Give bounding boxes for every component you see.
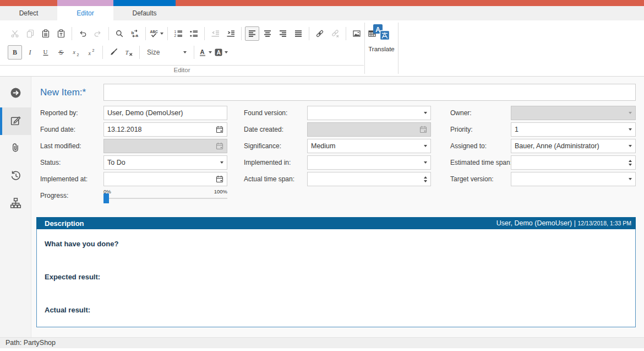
svg-text:a: a (136, 33, 139, 38)
ribbon-separator (72, 27, 72, 40)
description-editor-body[interactable]: What have you done? Expected result: Act… (36, 229, 636, 327)
actual-time-span-field[interactable] (307, 172, 431, 186)
chevron-down-icon[interactable] (220, 161, 223, 164)
paste-button[interactable] (39, 26, 53, 41)
bold-button[interactable]: B (8, 45, 22, 60)
new-item-input[interactable] (103, 84, 636, 101)
description-header[interactable]: Description User, Demo (DemoUser) | 12/1… (36, 217, 636, 229)
image-button[interactable] (350, 26, 364, 41)
target-version-field[interactable] (511, 172, 636, 186)
decrease-indent-button (208, 26, 222, 41)
remove-format-icon: T (124, 48, 133, 57)
reported-by-field[interactable] (103, 106, 227, 120)
font-color-button[interactable]: A (198, 45, 212, 60)
tab-editor[interactable]: Editor (57, 6, 113, 20)
tab-defect[interactable]: Defect (0, 6, 57, 20)
paste-text-icon (57, 29, 66, 38)
found-date-field[interactable] (103, 122, 227, 137)
spell-check-button[interactable]: ABC (149, 26, 164, 41)
spin-down-icon[interactable] (424, 180, 427, 182)
sidebar-item-edit[interactable] (0, 107, 31, 135)
found-version-field[interactable] (307, 106, 431, 120)
superscript-button[interactable]: x2 (85, 45, 99, 60)
tab-defaults[interactable]: Defaults (113, 6, 176, 20)
spin-up-icon[interactable] (629, 160, 632, 162)
subscript-button[interactable]: x2 (69, 45, 84, 60)
progress-slider-track[interactable] (103, 198, 227, 199)
translate-button[interactable]: A Translate (365, 22, 397, 64)
svg-text:x: x (73, 49, 76, 55)
group-separator (398, 23, 399, 74)
column-spacer (227, 139, 244, 155)
strikethrough-button[interactable]: S (54, 45, 68, 60)
progress-slider-thumb[interactable] (103, 193, 109, 203)
align-justify-button[interactable] (291, 26, 305, 41)
underline-button[interactable]: U (39, 45, 53, 60)
format-painter-button[interactable] (106, 45, 121, 60)
hierarchy-icon (10, 197, 21, 211)
chevron-down-icon (209, 51, 212, 53)
implemented-at-field[interactable] (103, 172, 227, 186)
spinner-buttons[interactable] (629, 160, 632, 166)
replace-button[interactable]: ba (128, 26, 142, 41)
link-button[interactable] (313, 26, 327, 41)
sidebar-item-history[interactable] (0, 163, 31, 190)
svg-text:T: T (125, 49, 129, 56)
chevron-down-icon[interactable] (424, 145, 427, 147)
paste-text-button[interactable] (54, 26, 68, 41)
chevron-down-icon[interactable] (424, 161, 427, 164)
priority-field[interactable]: 1 (511, 122, 636, 137)
reported-by-input[interactable] (107, 106, 223, 120)
svg-text:ABC: ABC (150, 30, 158, 34)
implemented-in-field[interactable] (307, 155, 431, 170)
chevron-down-icon[interactable] (629, 128, 632, 131)
chevron-down-icon[interactable] (629, 145, 632, 147)
spin-up-icon[interactable] (424, 176, 427, 179)
status-value: To Do (107, 159, 220, 166)
spin-down-icon[interactable] (629, 164, 632, 166)
increase-indent-button[interactable] (223, 26, 238, 41)
numbered-list-button[interactable]: 12 (171, 26, 185, 41)
ribbon-separator (145, 27, 146, 40)
column-spacer (227, 172, 244, 188)
significance-field[interactable]: Medium (307, 139, 431, 153)
background-color-button[interactable]: A (214, 45, 228, 60)
assigned-to-field[interactable]: Bauer, Anne (Administrator) (511, 139, 636, 153)
implemented-at-input[interactable] (107, 172, 216, 186)
italic-button[interactable]: I (23, 45, 37, 60)
cut-button (8, 26, 22, 41)
bulleted-list-button[interactable] (187, 26, 201, 41)
align-left-button[interactable] (245, 26, 259, 41)
calendar-icon[interactable] (216, 175, 223, 183)
align-right-button[interactable] (276, 26, 290, 41)
underline-icon: U (41, 48, 50, 57)
format-painter-icon (109, 48, 118, 57)
increase-indent-icon (226, 29, 235, 38)
size-dropdown-label: Size (147, 48, 160, 56)
spinner-buttons[interactable] (424, 176, 427, 182)
status-field[interactable]: To Do (103, 155, 227, 170)
calendar-icon[interactable] (216, 126, 223, 133)
editor-content: New Item:* Reported by:Found version:Own… (31, 77, 644, 337)
ribbon: baABC12 BIUSx2x2TSizeAA Editor A Transla… (0, 20, 644, 77)
estimated-time-span-input[interactable] (515, 156, 626, 169)
find-button[interactable] (112, 26, 127, 41)
size-dropdown[interactable]: Size (144, 46, 190, 59)
chevron-down-icon[interactable] (629, 178, 632, 180)
actual-time-span-input[interactable] (311, 172, 422, 186)
date-created-holder (307, 122, 431, 137)
align-center-button[interactable] (260, 26, 275, 41)
sidebar-item-attachments[interactable] (0, 135, 31, 163)
found-date-input[interactable] (107, 123, 216, 136)
chevron-down-icon[interactable] (424, 112, 427, 114)
undo-button[interactable] (75, 26, 90, 41)
sidebar-item-navigate[interactable] (0, 80, 31, 107)
sidebar-item-hierarchy[interactable] (0, 190, 31, 218)
italic-icon: I (26, 48, 35, 57)
progress-slider[interactable]: 0%100% (103, 188, 227, 199)
remove-format-button[interactable]: T (122, 45, 136, 60)
estimated-time-span-field[interactable] (511, 155, 636, 170)
status-label: Status: (40, 155, 103, 172)
svg-text:B: B (13, 48, 17, 56)
strip-segment-plum (57, 0, 113, 6)
